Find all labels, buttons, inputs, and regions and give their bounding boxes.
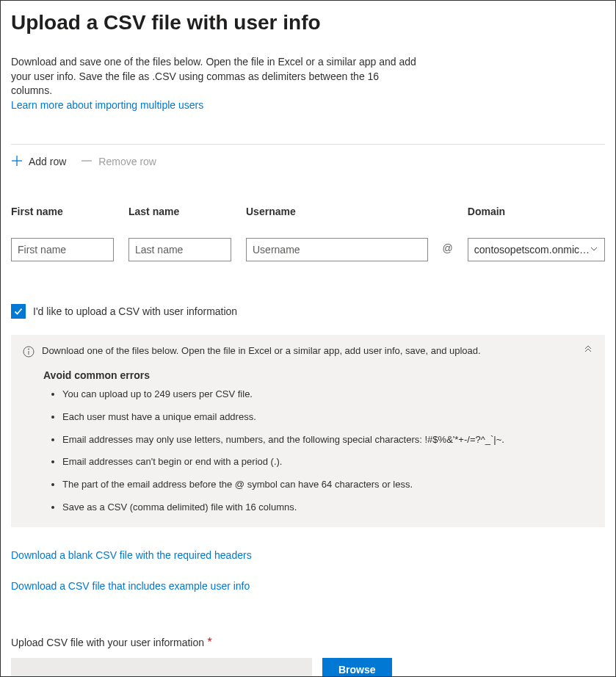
domain-value: contosopetscom.onmic…	[474, 244, 590, 256]
panel-intro-text: Download one of the files below. Open th…	[42, 345, 576, 356]
panel-tip: Email addresses can't begin or end with …	[62, 456, 593, 468]
minus-icon	[81, 155, 93, 169]
add-row-button[interactable]: Add row	[11, 155, 66, 169]
first-name-label: First name	[11, 206, 114, 217]
page-description: Download and save one of the files below…	[11, 55, 422, 98]
chevron-down-icon	[590, 244, 598, 256]
learn-more-link[interactable]: Learn more about importing multiple user…	[11, 99, 203, 111]
svg-point-4	[28, 349, 29, 350]
panel-tip: Save as a CSV (comma delimited) file wit…	[62, 502, 593, 514]
domain-select[interactable]: contosopetscom.onmic…	[468, 238, 605, 261]
last-name-input[interactable]	[128, 238, 231, 261]
upload-file-field[interactable]	[11, 658, 312, 677]
panel-tip: The part of the email address before the…	[62, 479, 593, 491]
section-divider	[11, 144, 605, 145]
plus-icon	[11, 155, 23, 169]
panel-subtitle: Avoid common errors	[43, 369, 593, 381]
download-blank-csv-link[interactable]: Download a blank CSV file with the requi…	[11, 549, 605, 561]
username-input[interactable]	[246, 238, 428, 261]
info-icon	[23, 346, 35, 361]
panel-tip: Each user must have a unique email addre…	[62, 411, 593, 424]
upload-file-label: Upload CSV file with your user informati…	[11, 637, 204, 648]
last-name-label: Last name	[128, 206, 231, 217]
page-title: Upload a CSV file with user info	[11, 11, 605, 35]
panel-tip: You can upload up to 249 users per CSV f…	[62, 388, 593, 401]
remove-row-button: Remove row	[81, 155, 156, 169]
info-panel: Download one of the files below. Open th…	[11, 335, 605, 527]
upload-csv-checkbox-label: I'd like to upload a CSV with user infor…	[33, 305, 237, 317]
required-mark: *	[207, 636, 211, 648]
collapse-chevron-icon[interactable]	[583, 345, 593, 358]
browse-button[interactable]: Browse	[322, 658, 392, 677]
username-label: Username	[246, 206, 428, 217]
add-row-label: Add row	[29, 156, 66, 167]
at-symbol: @	[443, 206, 453, 254]
remove-row-label: Remove row	[98, 156, 156, 167]
domain-label: Domain	[468, 206, 605, 217]
first-name-input[interactable]	[11, 238, 114, 261]
panel-tip: Email addresses may only use letters, nu…	[62, 434, 593, 446]
upload-csv-checkbox[interactable]	[11, 304, 26, 319]
download-example-csv-link[interactable]: Download a CSV file that includes exampl…	[11, 580, 605, 592]
